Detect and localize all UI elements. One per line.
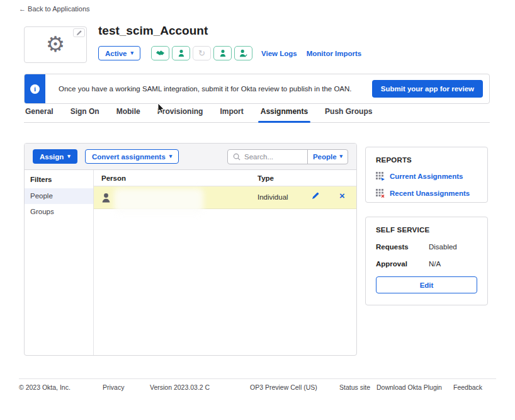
view-logs-link[interactable]: View Logs [261, 50, 297, 57]
info-icon: i [30, 84, 40, 94]
chevron-down-icon: ▾ [169, 154, 173, 159]
avatar [101, 193, 111, 203]
self-service-title: SELF SERVICE [376, 226, 477, 234]
back-to-applications-link[interactable]: ← Back to Applications [19, 5, 90, 13]
tab-mobile[interactable]: Mobile [116, 107, 140, 122]
chevron-down-icon: ▾ [67, 154, 71, 159]
filters-title: Filters [25, 170, 93, 188]
edit-logo-button[interactable] [73, 28, 85, 37]
handshake-icon [156, 50, 165, 57]
tab-assignments[interactable]: Assignments [261, 107, 308, 122]
submit-app-for-review-button[interactable]: Submit your app for review [372, 80, 483, 98]
requests-row: Requests Disabled [376, 243, 477, 251]
gear-icon: ⚙ [46, 33, 65, 55]
tab-provisioning[interactable]: Provisioning [157, 107, 203, 122]
footer-divider [19, 378, 496, 379]
privacy-link[interactable]: Privacy [103, 383, 124, 391]
convert-assignments-button[interactable]: Convert assignments ▾ [85, 149, 179, 164]
self-service-panel: SELF SERVICE Requests Disabled Approval … [365, 217, 488, 305]
monitor-imports-link[interactable]: Monitor Imports [307, 50, 362, 57]
redacted-person-name [114, 188, 203, 213]
banner-message: Once you have a working SAML integration… [45, 74, 372, 103]
chevron-down-icon: ▾ [340, 154, 343, 159]
tab-push-groups[interactable]: Push Groups [325, 107, 372, 122]
table-header: Person Type [94, 170, 356, 186]
approval-value: N/A [429, 260, 441, 268]
status-site-link[interactable]: Status site [339, 383, 370, 391]
app-logo: ⚙ [24, 26, 87, 63]
person-icon [178, 49, 185, 57]
report-grid-arrow-icon [376, 172, 385, 181]
search-scope-dropdown[interactable]: People ▾ [307, 150, 348, 164]
column-header-person: Person [101, 174, 126, 182]
refresh-button[interactable]: ↻ [193, 46, 211, 60]
reports-panel: REPORTS Current Assignments Recent Unass… [365, 147, 488, 203]
copyright-text: © 2023 Okta, Inc. [19, 383, 71, 391]
search-input[interactable] [244, 153, 298, 161]
status-dropdown-button[interactable]: Active ▾ [98, 46, 140, 60]
saml-review-banner: i Once you have a working SAML integrati… [24, 74, 490, 104]
feedback-link[interactable]: Feedback [453, 383, 482, 391]
header-links: View Logs Monitor Imports [261, 50, 361, 57]
report-grid-x-icon [376, 189, 385, 198]
okta-app-page: ← Back to Applications ⚙ test_scim_Accou… [0, 0, 515, 420]
person-check-button[interactable] [234, 46, 252, 60]
pencil-icon [76, 30, 82, 36]
reports-title: REPORTS [376, 156, 477, 164]
person-sync-button[interactable] [213, 46, 232, 60]
tab-import[interactable]: Import [220, 107, 243, 122]
tab-general[interactable]: General [25, 107, 54, 122]
approval-label: Approval [376, 260, 429, 268]
app-status-row: Active ▾ ↻ View Logs Monitor Imports [98, 46, 361, 60]
self-service-edit-button[interactable]: Edit [376, 276, 477, 293]
pencil-icon [312, 192, 319, 200]
refresh-icon: ↻ [198, 49, 205, 57]
assign-person-button[interactable] [172, 46, 190, 60]
assign-dropdown-button[interactable]: Assign ▾ [33, 149, 77, 164]
assignments-toolbar: Assign ▾ Convert assignments ▾ People ▾ [25, 144, 356, 170]
person-sync-icon [219, 49, 227, 57]
current-assignments-link[interactable]: Current Assignments [376, 172, 477, 181]
filters-sidebar: Filters People Groups [25, 170, 94, 355]
approval-row: Approval N/A [376, 260, 477, 268]
app-action-buttons: ↻ [151, 46, 252, 60]
assignments-table: Person Type Individual × [94, 170, 356, 355]
assignments-card: Assign ▾ Convert assignments ▾ People ▾ [24, 143, 357, 356]
tab-sign-on[interactable]: Sign On [71, 107, 99, 122]
search-icon [233, 153, 241, 161]
edit-assignment-button[interactable] [312, 192, 319, 201]
filter-groups[interactable]: Groups [25, 204, 93, 220]
version-text: Version 2023.03.2 C [150, 383, 210, 391]
app-tabs: General Sign On Mobile Provisioning Impo… [24, 107, 490, 123]
provisioning-handshake-button[interactable] [151, 46, 169, 60]
filter-people[interactable]: People [25, 188, 93, 204]
page-title: test_scim_Account [98, 24, 208, 38]
table-row: Individual × [94, 186, 356, 209]
remove-assignment-button[interactable]: × [339, 191, 345, 200]
chevron-down-icon: ▾ [131, 50, 134, 56]
column-header-type: Type [258, 174, 274, 182]
requests-value: Disabled [429, 243, 457, 251]
download-okta-plugin-link[interactable]: Download Okta Plugin [376, 383, 442, 391]
assignments-body: Filters People Groups Person Type Indivi… [25, 170, 356, 355]
recent-unassignments-link[interactable]: Recent Unassignments [376, 189, 477, 198]
banner-accent: i [25, 74, 45, 103]
assignment-type: Individual [258, 193, 288, 201]
search-group: People ▾ [227, 149, 348, 164]
cell-text: OP3 Preview Cell (US) [250, 383, 317, 391]
requests-label: Requests [376, 243, 429, 251]
search-box[interactable] [228, 150, 307, 164]
person-check-icon [239, 49, 247, 57]
